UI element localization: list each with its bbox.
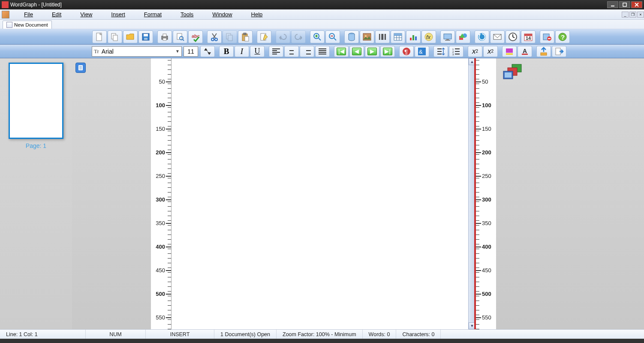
menu-edit[interactable]: Edit (46, 10, 74, 19)
highlight-button[interactable] (502, 46, 517, 57)
main-toolbar: abc fx 14 ? (0, 29, 644, 45)
copy-button[interactable] (108, 30, 122, 43)
paragraph-mark-button[interactable]: ¶ (399, 46, 414, 57)
page-canvas[interactable] (172, 58, 468, 329)
image-button[interactable] (360, 30, 374, 43)
status-num: NUM (86, 330, 146, 339)
barcode-button[interactable] (375, 30, 390, 43)
menu-help[interactable]: Help (245, 10, 276, 19)
edit-button[interactable] (257, 30, 271, 43)
menu-view[interactable]: View (74, 10, 105, 19)
paste-button[interactable] (238, 30, 253, 43)
menu-insert[interactable]: Insert (105, 10, 138, 19)
function-button[interactable]: fx (421, 30, 436, 43)
table-button[interactable] (391, 30, 405, 43)
font-size-field[interactable]: 11 (184, 46, 198, 57)
ruler-label: 550 (482, 314, 491, 321)
undo-button[interactable] (276, 30, 290, 43)
svg-rect-50 (415, 36, 417, 40)
page-thumbnail[interactable] (9, 63, 63, 139)
ruler-label: 500 (156, 291, 165, 297)
print-button[interactable] (157, 30, 172, 43)
cut-button[interactable] (207, 30, 222, 43)
shapes-button[interactable] (456, 30, 470, 43)
align-right-button[interactable] (300, 46, 314, 57)
menu-window[interactable]: Window (206, 10, 245, 19)
ruler-label: 250 (156, 173, 165, 179)
spellcheck-button[interactable]: abc (188, 30, 203, 43)
clipboard-icon[interactable] (75, 63, 86, 73)
print-preview-button[interactable] (173, 30, 187, 43)
zoom-out-button[interactable] (325, 30, 340, 43)
document-tab[interactable]: New Document (3, 21, 52, 29)
svg-rect-48 (410, 38, 412, 40)
database-button[interactable] (344, 30, 359, 43)
status-insert: INSERT (146, 330, 214, 339)
save-button[interactable] (138, 30, 153, 43)
font-size-arrows-button[interactable] (200, 46, 215, 57)
ruler-label: 300 (156, 196, 165, 203)
ruler-label: 350 (482, 220, 491, 226)
ruler-label: 450 (156, 267, 165, 274)
svg-rect-11 (163, 34, 166, 36)
align-center-button[interactable] (284, 46, 299, 57)
bold-button[interactable]: B (219, 46, 234, 57)
chart-button[interactable] (406, 30, 421, 43)
italic-button[interactable]: I (235, 46, 249, 57)
move-first-button[interactable]: |◀ (334, 46, 349, 57)
calendar-button[interactable]: 14 (521, 30, 536, 43)
align-justify-button[interactable] (315, 46, 330, 57)
export-button[interactable] (552, 46, 566, 57)
clock-button[interactable] (506, 30, 520, 43)
maximize-button[interactable] (619, 1, 630, 8)
move-prev-button[interactable]: ◀ (349, 46, 364, 57)
svg-text:fx: fx (426, 34, 431, 40)
svg-text:14: 14 (526, 36, 531, 41)
close-button[interactable] (631, 1, 642, 8)
underline-button[interactable]: U (250, 46, 265, 57)
title-text: WordGraph - [Untitled] (10, 2, 62, 8)
windows-stack-icon[interactable] (503, 63, 523, 81)
font-color-button[interactable]: A (518, 46, 532, 57)
ruler-label: 500 (482, 291, 491, 297)
dropdown-icon: ▼ (175, 49, 180, 54)
mdi-minimize-button[interactable]: _ (622, 12, 629, 18)
redo-button[interactable] (291, 30, 306, 43)
mdi-close-button[interactable]: × (637, 12, 644, 18)
move-next-button[interactable]: ▶ (365, 46, 379, 57)
help-button[interactable]: ? (555, 30, 570, 43)
ruler-label: 250 (482, 173, 491, 179)
svg-rect-6 (113, 35, 117, 41)
mail-button[interactable] (490, 30, 505, 43)
left-gutter (72, 58, 151, 329)
copy2-button[interactable] (223, 30, 237, 43)
superscript-button[interactable]: x2 (468, 46, 482, 57)
open-button[interactable] (123, 30, 138, 43)
font-type-icon: Tr (94, 48, 99, 55)
menu-tools[interactable]: Tools (175, 10, 206, 19)
svg-rect-53 (444, 34, 451, 39)
screen-button[interactable] (440, 30, 455, 43)
svg-rect-88 (522, 54, 528, 55)
ruler-label: 150 (156, 126, 165, 132)
numbered-list-button[interactable]: 123 (449, 46, 463, 57)
svg-rect-8 (144, 34, 148, 36)
svg-text:3: 3 (452, 53, 454, 56)
svg-text:&: & (419, 48, 423, 55)
reload-button[interactable] (475, 30, 489, 43)
menu-file[interactable]: File (18, 10, 46, 19)
new-button[interactable] (92, 30, 107, 43)
close-doc-button[interactable] (540, 30, 554, 43)
special-char-button[interactable]: & (415, 46, 429, 57)
align-left-button[interactable] (269, 46, 283, 57)
font-family-select[interactable]: Tr Arial ▼ (92, 46, 182, 57)
zoom-in-button[interactable] (310, 30, 325, 43)
move-last-button[interactable]: ▶| (380, 46, 395, 57)
mdi-restore-button[interactable]: ❐ (629, 12, 636, 18)
menu-format[interactable]: Format (138, 10, 175, 19)
upload-button[interactable] (536, 46, 551, 57)
svg-rect-98 (505, 72, 512, 78)
line-spacing-button[interactable] (433, 46, 448, 57)
subscript-button[interactable]: x2 (483, 46, 498, 57)
minimize-button[interactable] (607, 1, 618, 8)
